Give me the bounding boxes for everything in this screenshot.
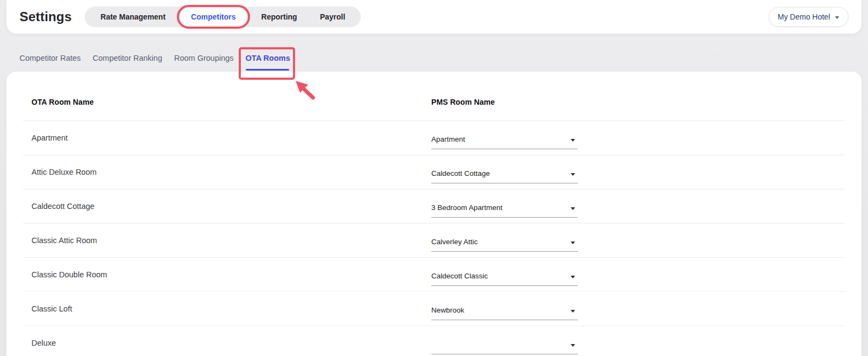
ota-room-name: Apartment (23, 134, 431, 142)
pms-room-select[interactable]: Caldecott Classic (431, 272, 578, 286)
column-header-pms-room-name: PMS Room Name (431, 98, 495, 106)
pms-room-select[interactable]: Newbrook (431, 306, 578, 320)
column-header-ota-room-name: OTA Room Name (23, 98, 431, 106)
annotation-circle (177, 5, 250, 29)
topbar: Settings Rate ManagementCompetitorsRepor… (7, 0, 861, 34)
pms-room-select[interactable]: 3 Bedroom Apartment (431, 204, 578, 218)
caret-down-icon (571, 139, 575, 142)
table-row: Deluxe (23, 326, 845, 356)
table-row: Caldecott Cottage3 Bedroom Apartment (23, 189, 845, 223)
pms-room-select-value: Calverley Attic (431, 238, 478, 246)
hotel-selector-button[interactable]: My Demo Hotel (769, 7, 848, 27)
table-body: ApartmentApartmentAttic Deluxe RoomCalde… (23, 120, 845, 356)
caret-down-icon (571, 207, 575, 210)
subtab-competitor-rates[interactable]: Competitor Rates (20, 54, 81, 63)
chevron-down-icon (835, 16, 839, 19)
caret-down-icon (571, 241, 575, 244)
ota-room-name: Attic Deluxe Room (23, 168, 431, 176)
ota-room-name: Classic Attic Room (23, 236, 431, 245)
ota-room-name: Caldecott Cottage (23, 202, 431, 211)
hotel-selector-label: My Demo Hotel (778, 12, 830, 21)
top-nav-item-rate-management[interactable]: Rate Management (89, 7, 177, 27)
subtab-ota-rooms[interactable]: OTA Rooms (246, 54, 290, 63)
table-row: Classic Attic RoomCalverley Attic (23, 223, 845, 257)
table-header-row: OTA Room Name PMS Room Name (23, 72, 845, 120)
pms-room-select-value: Caldecott Cottage (431, 169, 490, 178)
page-title: Settings (20, 9, 72, 24)
ota-room-name: Classic Loft (23, 304, 431, 313)
caret-down-icon (571, 310, 575, 313)
pms-room-select-value: Apartment (431, 135, 465, 144)
pms-room-select-value: Newbrook (431, 306, 464, 315)
sub-tabs: Competitor RatesCompetitor RankingRoom G… (20, 54, 290, 63)
ota-room-name: Deluxe (23, 339, 431, 347)
table-row: Classic LoftNewbrook (23, 291, 845, 326)
top-nav-item-competitors[interactable]: Competitors (180, 8, 246, 26)
caret-down-icon (571, 276, 575, 278)
content-card: OTA Room Name PMS Room Name ApartmentApa… (7, 72, 861, 356)
table-row: Attic Deluxe RoomCaldecott Cottage (23, 155, 845, 189)
top-nav-item-payroll[interactable]: Payroll (309, 7, 357, 27)
caret-down-icon (571, 344, 575, 347)
ota-room-name: Classic Double Room (23, 270, 431, 279)
pms-room-select[interactable]: Calverley Attic (431, 238, 578, 252)
table-row: ApartmentApartment (23, 120, 845, 155)
ota-rooms-table: OTA Room Name PMS Room Name ApartmentApa… (23, 72, 845, 356)
pms-room-select[interactable]: Caldecott Cottage (431, 169, 578, 183)
caret-down-icon (571, 173, 575, 176)
table-row: Classic Double RoomCaldecott Classic (23, 257, 845, 291)
pms-room-select-value: Caldecott Classic (431, 272, 488, 281)
top-nav-item-reporting[interactable]: Reporting (250, 7, 309, 27)
subtab-room-groupings[interactable]: Room Groupings (174, 54, 234, 63)
top-nav: Rate ManagementCompetitorsReportingPayro… (85, 7, 361, 27)
pms-room-select[interactable]: Apartment (431, 135, 578, 149)
pms-room-select-value: 3 Bedroom Apartment (431, 204, 502, 212)
subtab-competitor-ranking[interactable]: Competitor Ranking (93, 54, 162, 63)
pms-room-select[interactable] (431, 340, 578, 354)
